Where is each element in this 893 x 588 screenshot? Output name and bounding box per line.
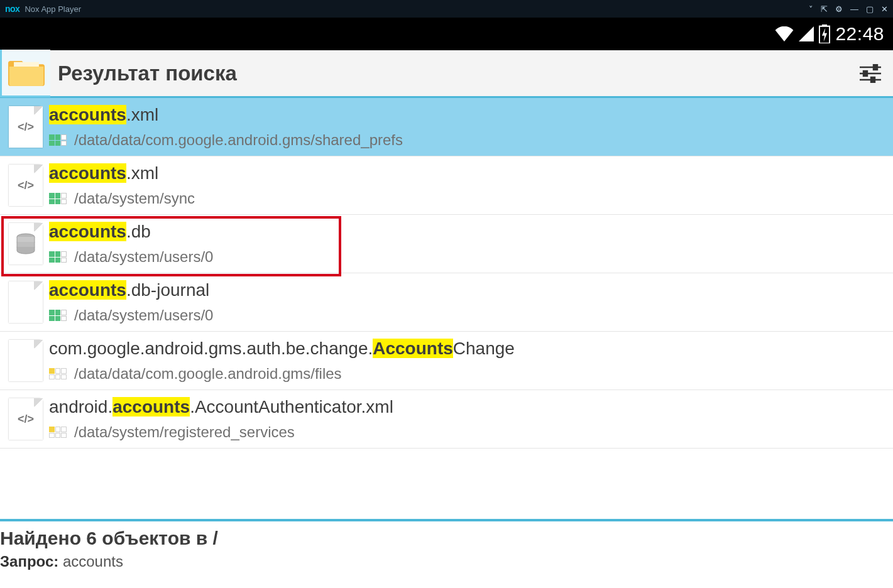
file-name-highlight: Accounts: [373, 339, 453, 358]
file-path: /data/data/com.google.android.gms/files: [74, 365, 342, 383]
permission-indicator: [49, 251, 67, 263]
file-name-highlight: accounts: [112, 397, 190, 416]
file-name: com.google.android.gms.auth.be.change.Ac…: [49, 339, 888, 359]
found-count: 6: [86, 528, 97, 548]
app-header: Результат поиска: [0, 50, 893, 98]
permission-indicator: [49, 427, 67, 438]
file-thumb: [9, 281, 43, 323]
file-name: accounts.db: [49, 222, 888, 242]
page-title: Результат поиска: [50, 62, 858, 85]
found-label-pre: Найдено: [0, 528, 86, 548]
file-icon: [3, 281, 49, 323]
file-name-pre: android.: [49, 397, 112, 416]
file-name: android.accounts.AccountAuthenticator.xm…: [49, 397, 888, 417]
file-meta: com.google.android.gms.auth.be.change.Ac…: [49, 339, 888, 383]
window-close-icon[interactable]: ✕: [881, 4, 888, 14]
file-name-post: .xml: [126, 105, 158, 124]
file-meta: accounts.db/data/system/users/0: [49, 222, 888, 266]
result-item[interactable]: </>android.accounts.AccountAuthenticator…: [0, 390, 893, 449]
file-path-row: /data/data/com.google.android.gms/shared…: [49, 131, 888, 149]
file-path: /data/data/com.google.android.gms/shared…: [74, 131, 403, 149]
file-name-post: .db: [126, 222, 151, 241]
file-path: /data/system/registered_services: [74, 423, 295, 441]
file-path-row: /data/system/registered_services: [49, 423, 888, 441]
file-name-post: .db-journal: [126, 280, 209, 300]
file-path-row: /data/system/sync: [49, 190, 888, 207]
file-name-highlight: accounts: [49, 222, 126, 241]
status-clock: 22:48: [835, 23, 884, 45]
signal-icon: [799, 26, 814, 41]
query-line: Запрос: accounts: [0, 553, 893, 570]
svg-rect-7: [871, 77, 875, 82]
window-dropdown-icon[interactable]: ˅: [809, 4, 813, 14]
nox-logo: nox: [5, 4, 19, 14]
found-count-line: Найдено 6 объектов в /: [0, 528, 893, 549]
folder-icon: [8, 56, 45, 89]
file-name-post: Change: [453, 339, 515, 358]
file-name-post: .xml: [126, 163, 158, 183]
result-item[interactable]: accounts.db-journal/data/system/users/0: [0, 273, 893, 332]
file-path: /data/system/users/0: [74, 248, 213, 266]
svg-rect-5: [863, 71, 867, 76]
file-name: accounts.xml: [49, 163, 888, 183]
file-icon: [3, 340, 49, 381]
found-label-post: объектов в /: [97, 528, 218, 548]
svg-rect-1: [822, 24, 827, 26]
file-name: accounts.db-journal: [49, 280, 888, 300]
file-thumb: </>: [9, 398, 43, 440]
file-path-row: /data/data/com.google.android.gms/files: [49, 365, 888, 383]
window-titlebar: nox Nox App Player ˅ ⇱ ⚙ — ▢ ✕: [0, 0, 893, 18]
file-icon: </>: [3, 165, 49, 206]
file-thumb: [9, 223, 43, 264]
permission-indicator: [49, 368, 67, 379]
filter-sliders-button[interactable]: [858, 61, 883, 86]
back-folder-button[interactable]: [0, 50, 50, 97]
wifi-icon: [775, 26, 794, 41]
window-pin-icon[interactable]: ⇱: [821, 4, 828, 14]
query-label: Запрос:: [0, 553, 58, 570]
result-item[interactable]: </>accounts.xml/data/system/sync: [0, 156, 893, 215]
window-maximize-icon[interactable]: ▢: [866, 4, 874, 14]
file-path-row: /data/system/users/0: [49, 307, 888, 324]
file-name: accounts.xml: [49, 105, 888, 125]
file-meta: accounts.xml/data/system/sync: [49, 163, 888, 207]
window-title: Nox App Player: [25, 4, 81, 14]
file-icon: </>: [3, 398, 49, 440]
permission-indicator: [49, 193, 67, 204]
result-item[interactable]: </>accounts.xml/data/data/com.google.and…: [0, 98, 893, 156]
file-meta: android.accounts.AccountAuthenticator.xm…: [49, 397, 888, 441]
file-name-highlight: accounts: [49, 105, 126, 124]
window-minimize-icon[interactable]: —: [850, 4, 858, 14]
file-thumb: </>: [9, 106, 43, 148]
file-thumb: [9, 340, 43, 381]
file-icon: </>: [3, 106, 49, 148]
file-thumb: </>: [9, 165, 43, 206]
result-item[interactable]: com.google.android.gms.auth.be.change.Ac…: [0, 332, 893, 390]
result-item[interactable]: accounts.db/data/system/users/0: [0, 215, 893, 273]
sliders-icon: [860, 64, 881, 83]
file-name-post: .AccountAuthenticator.xml: [190, 397, 393, 416]
file-meta: accounts.xml/data/data/com.google.androi…: [49, 105, 888, 149]
window-settings-icon[interactable]: ⚙: [835, 4, 843, 14]
permission-indicator: [49, 134, 67, 146]
file-path-row: /data/system/users/0: [49, 248, 888, 266]
file-name-highlight: accounts: [49, 280, 126, 300]
svg-rect-3: [874, 65, 877, 70]
battery-charging-icon: [819, 24, 830, 43]
window-controls: ˅ ⇱ ⚙ — ▢ ✕: [809, 4, 888, 14]
results-list: </>accounts.xml/data/data/com.google.and…: [0, 98, 893, 449]
query-value: accounts: [63, 553, 123, 570]
file-name-pre: com.google.android.gms.auth.be.change.: [49, 339, 373, 358]
file-path: /data/system/users/0: [74, 307, 213, 324]
android-status-bar: 22:48: [0, 18, 893, 50]
permission-indicator: [49, 310, 67, 321]
file-path: /data/system/sync: [74, 190, 195, 207]
search-summary-footer: Найдено 6 объектов в / Запрос: accounts: [0, 519, 893, 588]
file-name-highlight: accounts: [49, 163, 126, 183]
file-meta: accounts.db-journal/data/system/users/0: [49, 280, 888, 324]
file-icon: [3, 223, 49, 264]
